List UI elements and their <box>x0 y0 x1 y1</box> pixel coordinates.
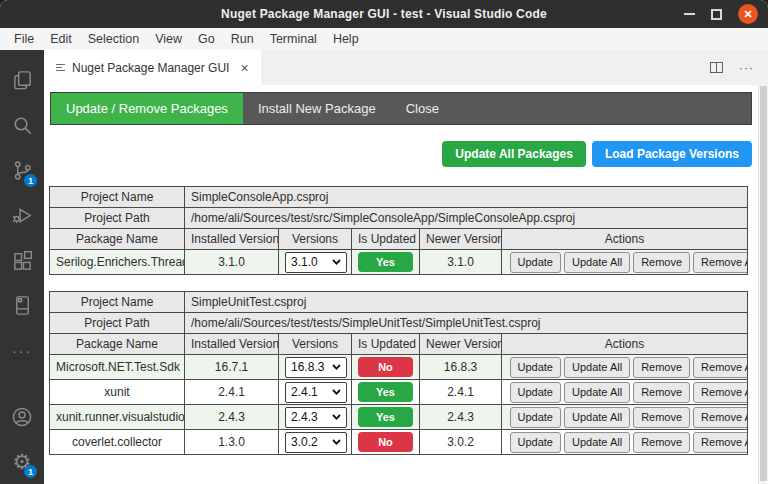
versions-select[interactable]: 16.8.3 <box>285 357 347 378</box>
project-name-label: Project Name <box>50 187 185 208</box>
editor-more-actions-icon[interactable]: ··· <box>739 61 754 75</box>
account-icon[interactable] <box>0 394 44 439</box>
newer-version-cell: 16.8.3 <box>420 355 502 380</box>
notebook-icon[interactable] <box>0 283 44 328</box>
maximize-icon[interactable] <box>711 9 722 20</box>
webview-navbar: Update / Remove Packages Install New Pac… <box>50 92 752 125</box>
col-is-updated: Is Updated <box>352 334 420 355</box>
installed-version-cell: 16.7.1 <box>185 355 279 380</box>
remove-button[interactable]: Remove <box>633 432 690 453</box>
col-versions: Versions <box>279 229 352 250</box>
tab-bar: Nuget Package Manager GUI × ··· <box>44 50 768 85</box>
remove-button[interactable]: Remove <box>633 382 690 403</box>
remove-all-button[interactable]: Remove All <box>693 357 747 378</box>
more-views-icon[interactable]: ··· <box>0 328 44 373</box>
project-path-label: Project Path <box>50 208 185 229</box>
editor-area: Nuget Package Manager GUI × ··· Update /… <box>44 50 768 484</box>
remove-button[interactable]: Remove <box>633 407 690 428</box>
close-window-icon[interactable]: ✕ <box>738 4 758 24</box>
menu-run[interactable]: Run <box>223 30 262 48</box>
package-row: Serilog.Enrichers.Thread 3.1.0 3.1.0 Yes… <box>50 250 748 275</box>
installed-version-cell: 2.4.3 <box>185 405 279 430</box>
update-all-button[interactable]: Update All <box>564 432 630 453</box>
installed-version-cell: 3.1.0 <box>185 250 279 275</box>
remove-all-button[interactable]: Remove All <box>693 407 747 428</box>
extensions-icon[interactable] <box>0 238 44 283</box>
update-all-button[interactable]: Update All <box>564 382 630 403</box>
col-package-name: Package Name <box>50 334 185 355</box>
source-control-icon[interactable]: 1 <box>0 148 44 193</box>
update-all-button[interactable]: Update All <box>564 407 630 428</box>
package-name-cell: Serilog.Enrichers.Thread <box>50 250 185 275</box>
remove-button[interactable]: Remove <box>633 252 690 273</box>
package-row: xunit.runner.visualstudio 2.4.3 2.4.3 Ye… <box>50 405 748 430</box>
installed-version-cell: 2.4.1 <box>185 380 279 405</box>
versions-select[interactable]: 3.0.2 <box>285 432 347 453</box>
remove-all-button[interactable]: Remove All <box>693 432 747 453</box>
minimize-icon[interactable] <box>684 13 695 15</box>
load-package-versions-button[interactable]: Load Package Versions <box>592 141 752 167</box>
project-table-simpleconsoleapp: Project Name SimpleConsoleApp.csproj Pro… <box>49 186 748 275</box>
versions-select[interactable]: 2.4.1 <box>285 382 347 403</box>
title-bar: Nuget Package Manager GUI - test - Visua… <box>0 0 768 28</box>
menu-view[interactable]: View <box>147 30 190 48</box>
nuget-webview: Update / Remove Packages Install New Pac… <box>44 85 768 484</box>
col-newer-version: Newer Version <box>420 334 502 355</box>
menu-terminal[interactable]: Terminal <box>262 30 325 48</box>
webview-scrollbar[interactable] <box>758 85 768 484</box>
project-path-label: Project Path <box>50 313 185 334</box>
versions-select[interactable]: 2.4.3 <box>285 407 347 428</box>
col-installed-version: Installed Version <box>185 229 279 250</box>
project-name-value: SimpleUnitTest.csproj <box>185 292 748 313</box>
source-control-badge: 1 <box>24 174 37 187</box>
nav-update-remove-packages[interactable]: Update / Remove Packages <box>51 93 243 124</box>
newer-version-cell: 3.0.2 <box>420 430 502 455</box>
package-name-cell: xunit <box>50 380 185 405</box>
tab-nuget-package-manager-gui[interactable]: Nuget Package Manager GUI × <box>44 50 261 85</box>
project-name-value: SimpleConsoleApp.csproj <box>185 187 748 208</box>
versions-select[interactable]: 3.1.0 <box>285 252 347 273</box>
menu-help[interactable]: Help <box>325 30 367 48</box>
nav-close[interactable]: Close <box>391 93 454 124</box>
update-all-packages-button[interactable]: Update All Packages <box>442 141 586 167</box>
window-title: Nuget Package Manager GUI - test - Visua… <box>221 7 547 21</box>
menu-file[interactable]: File <box>6 30 42 48</box>
update-all-button[interactable]: Update All <box>564 357 630 378</box>
menu-selection[interactable]: Selection <box>80 30 147 48</box>
remove-all-button[interactable]: Remove All <box>693 252 747 273</box>
is-updated-badge: Yes <box>358 382 413 401</box>
remove-all-button[interactable]: Remove All <box>693 382 747 403</box>
nav-install-new-package[interactable]: Install New Package <box>243 93 391 124</box>
installed-version-cell: 1.3.0 <box>185 430 279 455</box>
is-updated-badge: No <box>358 357 413 376</box>
explorer-icon[interactable] <box>0 58 44 103</box>
package-name-cell: Microsoft.NET.Test.Sdk <box>50 355 185 380</box>
col-installed-version: Installed Version <box>185 334 279 355</box>
vscode-window: Nuget Package Manager GUI - test - Visua… <box>0 0 768 484</box>
update-button[interactable]: Update <box>510 407 561 428</box>
menu-go[interactable]: Go <box>190 30 223 48</box>
is-updated-badge: Yes <box>358 252 413 271</box>
newer-version-cell: 3.1.0 <box>420 250 502 275</box>
menu-edit[interactable]: Edit <box>42 30 80 48</box>
update-button[interactable]: Update <box>510 357 561 378</box>
package-name-cell: coverlet.collector <box>50 430 185 455</box>
col-is-updated: Is Updated <box>352 229 420 250</box>
run-debug-icon[interactable] <box>0 193 44 238</box>
tab-close-icon[interactable]: × <box>240 60 248 76</box>
update-button[interactable]: Update <box>510 252 561 273</box>
settings-gear-icon[interactable]: ⚙ 1 <box>0 439 44 484</box>
update-button[interactable]: Update <box>510 382 561 403</box>
webview-icon <box>56 64 65 71</box>
package-name-cell: xunit.runner.visualstudio <box>50 405 185 430</box>
project-path-value: /home/ali/Sources/test/src/SimpleConsole… <box>185 208 748 229</box>
update-button[interactable]: Update <box>510 432 561 453</box>
update-all-button[interactable]: Update All <box>564 252 630 273</box>
package-row: Microsoft.NET.Test.Sdk 16.7.1 16.8.3 No … <box>50 355 748 380</box>
project-table-simpleunittest: Project Name SimpleUnitTest.csproj Proje… <box>49 291 748 455</box>
split-editor-icon[interactable] <box>710 62 723 73</box>
search-icon[interactable] <box>0 103 44 148</box>
remove-button[interactable]: Remove <box>633 357 690 378</box>
col-versions: Versions <box>279 334 352 355</box>
activity-bar: 1 <box>0 50 44 484</box>
